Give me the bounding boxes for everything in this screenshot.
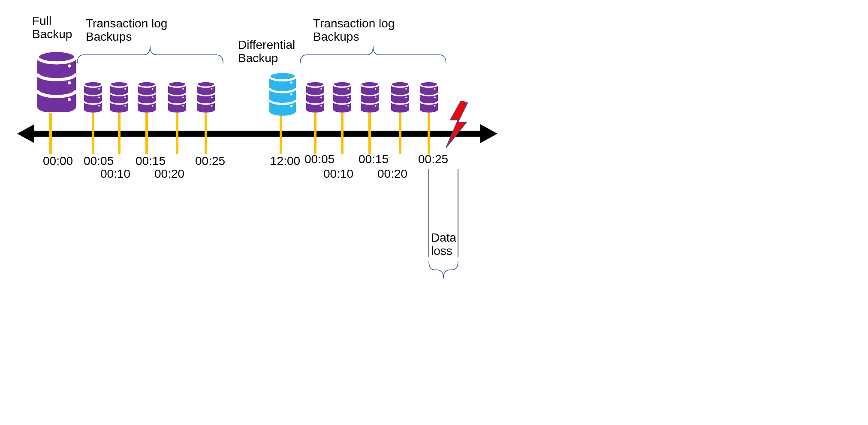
- diagram-canvas: Full Backup Transaction log Backups Diff…: [0, 0, 650, 319]
- svg-marker-77: [446, 101, 467, 148]
- brace-txn-1: [0, 0, 515, 300]
- lightning-icon: [446, 101, 472, 152]
